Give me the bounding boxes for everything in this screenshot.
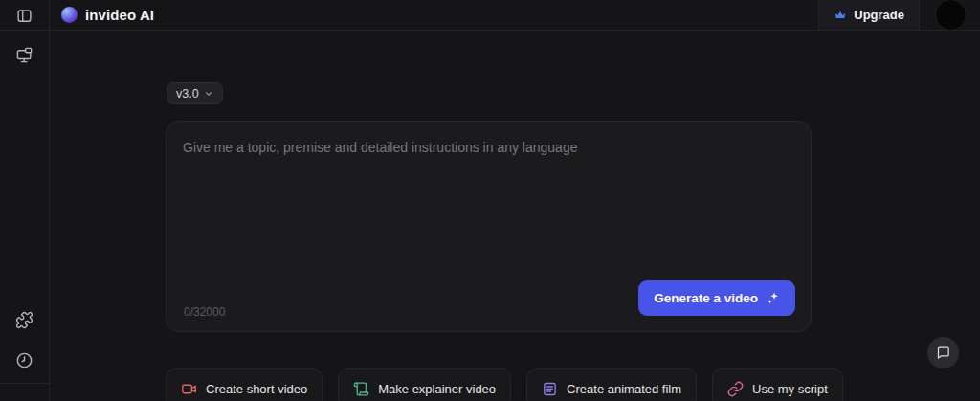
make-explainer-video-label: Make explainer video (378, 382, 496, 396)
prompt-input[interactable] (167, 122, 811, 256)
make-explainer-video-button[interactable]: Make explainer video (338, 368, 511, 401)
generate-video-label: Generate a video (654, 291, 758, 305)
user-avatar[interactable] (935, 0, 967, 31)
sidebar-header-cell (11, 0, 39, 31)
prompt-panel: 0/32000 Generate a video (166, 121, 812, 332)
generate-video-button[interactable]: Generate a video (638, 280, 795, 316)
upgrade-button[interactable]: Upgrade (819, 0, 919, 30)
chevron-down-icon (204, 89, 213, 99)
create-short-video-button[interactable]: Create short video (166, 368, 323, 401)
model-version-dropdown[interactable]: v3.0 (167, 82, 223, 104)
invideo-logo-icon (61, 7, 78, 23)
model-version-label: v3.0 (176, 87, 199, 100)
use-my-script-label: Use my script (752, 382, 828, 396)
header-divider (919, 0, 920, 30)
link-icon (727, 381, 744, 397)
document-lines-icon (542, 381, 558, 397)
sidebar-item-history[interactable] (11, 345, 39, 374)
upgrade-label: Upgrade (854, 8, 904, 22)
scroll-script-icon (353, 381, 369, 397)
create-animated-film-label: Create animated film (567, 382, 681, 396)
create-short-video-label: Create short video (206, 382, 307, 396)
sidebar-divider (0, 383, 50, 384)
sidebar-toggle-button[interactable] (11, 1, 39, 30)
brand-title: invideo AI (85, 7, 154, 23)
sidebar (0, 0, 50, 401)
create-animated-film-button[interactable]: Create animated film (526, 368, 697, 401)
quick-actions-row: Create short video Make explainer video … (166, 368, 843, 401)
use-my-script-button[interactable]: Use my script (712, 368, 843, 401)
video-camera-icon (181, 381, 197, 397)
chat-bubble-icon (936, 345, 950, 360)
crown-icon (834, 9, 847, 22)
support-chat-button[interactable] (927, 337, 959, 368)
puzzle-icon (15, 311, 33, 329)
char-counter: 0/32000 (184, 305, 225, 319)
header-right-group: Upgrade (818, 0, 980, 30)
sidebar-item-plugins[interactable] (11, 305, 39, 334)
sidebar-item-projects[interactable] (11, 40, 39, 69)
sparkles-icon (766, 291, 780, 305)
top-bar: invideo AI Upgrade (0, 0, 980, 31)
screen-share-icon (15, 46, 33, 64)
history-clock-icon (15, 351, 33, 369)
panel-left-icon (16, 8, 33, 24)
